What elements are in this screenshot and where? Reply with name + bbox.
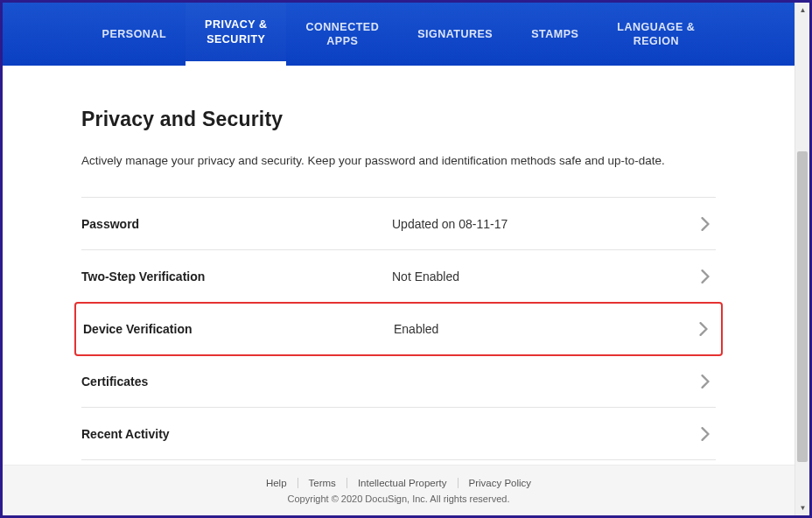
footer-link-help[interactable]: Help	[256, 478, 298, 488]
setting-value: Not Enabled	[392, 270, 695, 284]
setting-row-two-step[interactable]: Two-Step Verification Not Enabled	[81, 250, 716, 303]
tab-privacy-security[interactable]: PRIVACY & SECURITY	[186, 3, 286, 66]
setting-row-device-verification[interactable]: Device Verification Enabled	[74, 302, 723, 356]
tab-bar: PERSONAL PRIVACY & SECURITY CONNECTED AP…	[3, 3, 794, 66]
scroll-up-icon[interactable]: ▲	[795, 3, 810, 18]
page-body: Privacy and Security Actively manage you…	[3, 66, 794, 478]
scrollbar[interactable]: ▲ ▼	[794, 3, 809, 515]
tab-stamps[interactable]: STAMPS	[512, 3, 598, 66]
scroll-thumb[interactable]	[797, 151, 808, 462]
setting-value: Enabled	[394, 322, 693, 336]
setting-label: Device Verification	[83, 322, 394, 336]
footer-link-ip[interactable]: Intellectual Property	[347, 478, 458, 488]
chevron-right-icon	[695, 374, 716, 388]
chevron-right-icon	[695, 270, 716, 284]
setting-row-certificates[interactable]: Certificates	[81, 355, 716, 408]
footer-link-terms[interactable]: Terms	[298, 478, 347, 488]
chevron-right-icon	[695, 427, 716, 441]
page-description: Actively manage your privacy and securit…	[81, 154, 716, 167]
tab-connected-apps[interactable]: CONNECTED APPS	[286, 3, 398, 66]
setting-label: Two-Step Verification	[81, 270, 392, 284]
chevron-right-icon	[693, 322, 714, 336]
tab-language-region[interactable]: LANGUAGE & REGION	[598, 3, 714, 66]
page-title: Privacy and Security	[81, 108, 716, 131]
tab-personal[interactable]: PERSONAL	[83, 3, 186, 66]
content-area: PERSONAL PRIVACY & SECURITY CONNECTED AP…	[3, 3, 794, 515]
settings-list: Password Updated on 08-11-17 Two-Step Ve…	[81, 197, 716, 460]
setting-row-password[interactable]: Password Updated on 08-11-17	[81, 198, 716, 250]
scroll-down-icon[interactable]: ▼	[795, 500, 810, 515]
setting-row-recent-activity[interactable]: Recent Activity	[81, 408, 716, 460]
footer-links: Help Terms Intellectual Property Privacy…	[256, 478, 542, 488]
footer-copyright: Copyright © 2020 DocuSign, Inc. All righ…	[288, 494, 510, 504]
footer-link-privacy[interactable]: Privacy Policy	[458, 478, 542, 488]
app-frame: PERSONAL PRIVACY & SECURITY CONNECTED AP…	[0, 0, 812, 518]
tab-signatures[interactable]: SIGNATURES	[398, 3, 512, 66]
setting-label: Certificates	[81, 374, 392, 388]
setting-value: Updated on 08-11-17	[392, 217, 695, 231]
setting-label: Recent Activity	[81, 427, 392, 441]
footer: Help Terms Intellectual Property Privacy…	[3, 465, 794, 515]
setting-label: Password	[81, 217, 392, 231]
chevron-right-icon	[695, 217, 716, 231]
